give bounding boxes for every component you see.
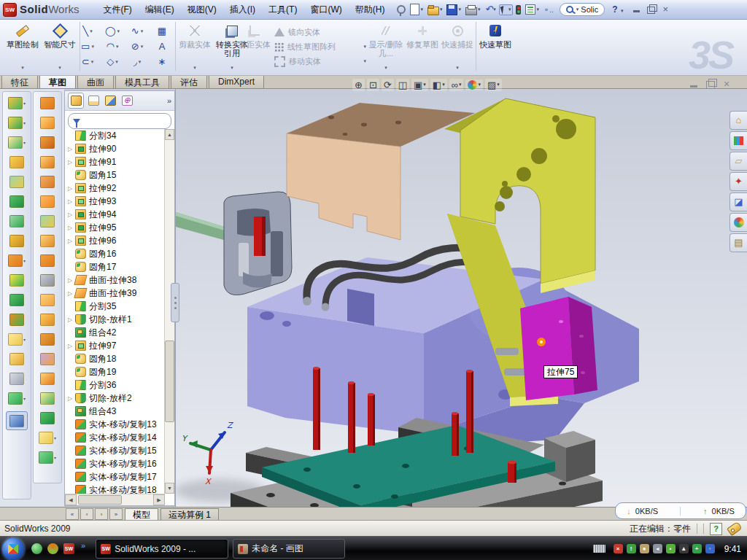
task-pane-design-library[interactable] (729, 131, 747, 150)
tool-cylinder-body[interactable] (40, 411, 55, 424)
rebuild-stoplight-button[interactable] (514, 4, 522, 15)
messenger-icon[interactable] (31, 543, 42, 554)
tool-rib[interactable] (9, 214, 24, 228)
tree-item[interactable]: ▷拉伸91 (65, 155, 165, 168)
tab-configuration-manager[interactable] (103, 93, 117, 108)
task-paint[interactable]: 未命名 - 画图 (233, 539, 345, 559)
tab-nav-3[interactable]: » (109, 508, 123, 520)
tree-item[interactable]: 实体-移动/复制16 (65, 457, 165, 470)
tool-flex[interactable] (40, 96, 55, 109)
task-solidworks[interactable]: SW SolidWorks 2009 - ... (96, 539, 228, 559)
tool-extruded-boss[interactable]: ▾ (8, 96, 26, 109)
tab-property-manager[interactable] (86, 93, 101, 108)
edit-appearance-icon[interactable]: ▾ (465, 79, 483, 90)
tray-antivirus-icon[interactable]: ! (627, 544, 636, 553)
tool-extruded-cut[interactable]: ▾ (8, 116, 26, 129)
scroll-down-icon[interactable]: ▼ (165, 483, 174, 494)
model-canvas[interactable]: Y Z X (176, 88, 747, 507)
smart-dimension-button[interactable]: 智能尺寸▾ (42, 21, 77, 72)
tree-item[interactable]: 圆角15 (65, 168, 165, 182)
tool-fold[interactable] (40, 372, 55, 385)
sketch-tool-fillet-arc[interactable]: ◞▾ (125, 54, 150, 69)
tool-lofted-boss[interactable] (9, 175, 24, 188)
tree-item[interactable]: ▷曲面-拉伸38 (65, 273, 165, 287)
tab-dimxpert-manager[interactable]: ⊕ (120, 93, 134, 108)
expand-icon[interactable]: ▷ (68, 198, 75, 205)
tool-indent[interactable] (40, 155, 55, 168)
tool-twist[interactable] (40, 352, 55, 365)
tool-bend[interactable] (40, 254, 55, 267)
display-delete-relations-button[interactable]: 显示/删除几...▾ (368, 21, 403, 72)
sketch-tool-selection-box[interactable]: ▦ (150, 23, 174, 39)
tool-deform[interactable] (40, 136, 55, 149)
tool-reference-plane[interactable] (9, 352, 24, 365)
tree-hscroll-thumb[interactable] (78, 495, 122, 505)
sketch-tool-circle[interactable]: ◯▾ (100, 23, 125, 39)
tool-boundary-boss[interactable] (9, 195, 24, 208)
tab-motion-study[interactable]: 运动算例 1 (160, 508, 219, 521)
tree-item[interactable]: ▷拉伸90 (65, 142, 165, 155)
panel-splitter-handle[interactable] (171, 283, 179, 322)
tool-dome[interactable] (40, 116, 55, 129)
apply-scene-icon[interactable]: ▨▾ (485, 79, 502, 91)
expand-icon[interactable]: ▷ (68, 395, 75, 402)
tab-nav-1[interactable]: ‹ (80, 508, 93, 520)
section-view-icon[interactable]: ◫ (396, 79, 409, 91)
tool-fillet[interactable]: ▾ (8, 136, 26, 149)
expand-icon[interactable]: ▷ (68, 146, 75, 152)
expand-icon[interactable]: ▷ (68, 185, 75, 192)
tool-reference-axis[interactable] (9, 372, 24, 385)
tree-vscroll-thumb[interactable] (165, 341, 174, 422)
mirror-entities-button[interactable]: 镜向实体 (274, 26, 366, 38)
tray-update-badge-icon[interactable]: ● (640, 544, 649, 553)
new-document-button[interactable]: ▾ (409, 3, 425, 16)
print-button[interactable]: ▾ (464, 4, 482, 16)
tree-item[interactable]: 分割35 (65, 300, 165, 313)
command-tab-特征[interactable]: 特征 (1, 75, 38, 88)
menu-文件(F)[interactable]: 文件(F) (96, 1, 138, 19)
tree-item[interactable]: 实体-移动/复制18 (65, 483, 165, 494)
task-pane-toolbox[interactable]: ✦ (729, 172, 747, 191)
tool-draft[interactable] (9, 234, 24, 247)
save-button[interactable]: ▾ (445, 4, 462, 16)
expand-icon[interactable]: ▷ (68, 238, 75, 244)
tool-measure[interactable] (6, 411, 28, 430)
tool-helix-spiral[interactable]: ▾ (8, 392, 26, 405)
tool-wrap[interactable] (40, 313, 55, 326)
tree-item[interactable]: ▷拉伸94 (65, 208, 165, 221)
tool-shape-feature[interactable] (40, 214, 55, 228)
close-icon[interactable]: × (662, 4, 668, 15)
tree-item[interactable]: ▷拉伸93 (65, 195, 165, 208)
menu-窗口(W)[interactable]: 窗口(W) (303, 1, 348, 19)
tree-item[interactable]: ▷切除-放样1 (65, 313, 165, 326)
model-slide-block-magenta[interactable] (520, 297, 597, 400)
tool-freeform[interactable] (40, 175, 55, 188)
tree-item[interactable]: 分割34 (65, 129, 165, 142)
tree-item[interactable]: 实体-移动/复制17 (65, 470, 165, 483)
tree-item[interactable]: 组合42 (65, 326, 165, 339)
tree-item[interactable]: 分割36 (65, 378, 165, 392)
tool-fillet-surface[interactable] (40, 392, 55, 405)
display-style-icon[interactable]: ◧▾ (430, 79, 447, 91)
view-orientation-icon[interactable]: ▣▾ (411, 79, 428, 91)
tree-item[interactable]: 实体-移动/复制14 (65, 431, 165, 444)
help-button[interactable]: ? ▾ (612, 4, 623, 15)
toolbar-pin-icon[interactable] (395, 4, 407, 15)
tray-security-alert-icon[interactable]: × (614, 544, 623, 553)
quick-snaps-button[interactable]: 快速捕捉▾ (441, 21, 474, 72)
task-pane-view-palette[interactable]: ◪ (729, 192, 747, 211)
quick-launch-overflow-icon[interactable]: » (81, 541, 85, 550)
expand-icon[interactable]: ▷ (68, 316, 75, 323)
sketch-tool-line[interactable]: ╲▾ (75, 23, 100, 39)
tray-shield-plus-icon[interactable]: + (692, 544, 702, 553)
tree-item[interactable]: 组合43 (65, 405, 165, 418)
tab-nav-2[interactable]: › (95, 508, 108, 520)
options-checklist-button[interactable]: ▾ (524, 4, 541, 15)
expand-icon[interactable]: ▷ (68, 343, 75, 349)
keyboard-layout-icon[interactable] (593, 545, 605, 553)
tray-network-warning-icon[interactable]: ▲ (679, 544, 689, 553)
doc-close-icon[interactable]: × (724, 78, 729, 90)
sketch-tool-text[interactable]: A (150, 39, 174, 54)
sketch-tool-ellipse[interactable]: ⊘▾ (125, 39, 150, 54)
command-tab-模具工具[interactable]: 模具工具 (115, 75, 169, 88)
